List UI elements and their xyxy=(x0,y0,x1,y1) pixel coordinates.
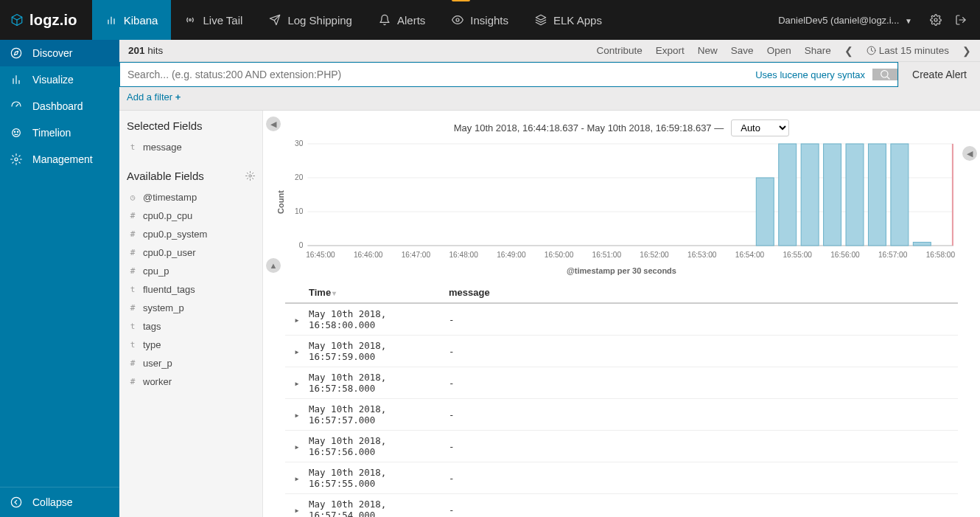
add-filter-button[interactable]: Add a filter + xyxy=(127,91,181,103)
add-filter-label: Add a filter xyxy=(127,91,172,103)
interval-select[interactable]: Auto xyxy=(731,119,789,136)
svg-text:20: 20 xyxy=(295,173,304,181)
link-save[interactable]: Save xyxy=(731,45,754,56)
sidebar-item-label: Visualize xyxy=(32,74,74,86)
lucene-help-link[interactable]: Uses lucene query syntax xyxy=(748,69,872,80)
field-item[interactable]: #cpu0.p_user xyxy=(127,243,255,262)
expand-row-icon[interactable]: ▸ xyxy=(285,346,309,357)
bell-icon xyxy=(379,14,391,26)
field-item[interactable]: #worker xyxy=(127,372,255,391)
bar-chart-icon xyxy=(105,14,117,26)
table-row[interactable]: ▸May 10th 2018, 16:57:56.000- xyxy=(285,431,958,462)
fields-gear-icon[interactable] xyxy=(245,171,255,181)
expand-chart-button[interactable]: ▲ xyxy=(266,258,281,273)
svg-text:16:52:00: 16:52:00 xyxy=(640,251,669,259)
svg-text:0: 0 xyxy=(299,241,304,249)
link-open[interactable]: Open xyxy=(767,45,791,56)
table-row[interactable]: ▸May 10th 2018, 16:58:00.000- xyxy=(285,304,958,336)
table-row[interactable]: ▸May 10th 2018, 16:57:57.000- xyxy=(285,399,958,431)
field-name: user_p xyxy=(143,358,172,369)
chart-time-range: May 10th 2018, 16:44:18.637 - May 10th 2… xyxy=(454,122,724,133)
sidebar-item-timelion[interactable]: Timelion xyxy=(0,119,119,146)
sort-desc-icon: ▾ xyxy=(332,289,336,297)
sidebar-item-label: Management xyxy=(32,153,93,165)
nav-insights[interactable]: New Insights xyxy=(438,0,522,40)
search-button[interactable] xyxy=(872,69,897,80)
available-fields-heading: Available Fields xyxy=(127,170,255,182)
create-alert-button[interactable]: Create Alert xyxy=(898,62,980,87)
svg-line-23 xyxy=(887,77,889,79)
field-item[interactable]: tmessage xyxy=(127,138,255,156)
nav-live-tail-label: Live Tail xyxy=(203,14,242,27)
y-axis-label: Count xyxy=(276,190,285,214)
expand-row-icon[interactable]: ▸ xyxy=(285,409,309,420)
nav-kibana[interactable]: Kibana xyxy=(92,0,172,40)
top-nav: logz.io Kibana Live Tail Log Shipping Al… xyxy=(0,0,980,40)
link-new[interactable]: New xyxy=(698,45,718,56)
field-item[interactable]: #cpu_p xyxy=(127,262,255,280)
compass-icon xyxy=(10,47,22,59)
sidebar-collapse-label: Collapse xyxy=(32,496,72,508)
nav-live-tail[interactable]: Live Tail xyxy=(171,0,256,40)
search-input[interactable] xyxy=(120,63,748,86)
link-contribute[interactable]: Contribute xyxy=(597,45,643,56)
collapse-chart-button[interactable]: ◀ xyxy=(962,146,977,161)
svg-rect-48 xyxy=(756,178,774,246)
collapse-fields-button[interactable]: ◀ xyxy=(266,117,281,131)
table-row[interactable]: ▸May 10th 2018, 16:57:54.000- xyxy=(285,494,958,517)
sidebar-item-management[interactable]: Management xyxy=(0,146,119,173)
svg-point-24 xyxy=(249,175,251,177)
expand-row-icon[interactable]: ▸ xyxy=(285,504,309,516)
gear-icon[interactable] xyxy=(930,14,942,26)
sidebar-item-dashboard[interactable]: Dashboard xyxy=(0,93,119,119)
svg-text:16:51:00: 16:51:00 xyxy=(592,251,622,259)
nav-log-shipping[interactable]: Log Shipping xyxy=(256,0,365,40)
field-item[interactable]: ◷@timestamp xyxy=(127,188,255,207)
expand-row-icon[interactable]: ▸ xyxy=(285,378,309,389)
cell-message: - xyxy=(449,473,958,484)
link-export[interactable]: Export xyxy=(656,45,685,56)
sidebar-item-discover[interactable]: Discover xyxy=(0,40,119,66)
table-row[interactable]: ▸May 10th 2018, 16:57:59.000- xyxy=(285,336,958,367)
field-item[interactable]: tfluentd_tags xyxy=(127,280,255,299)
expand-row-icon[interactable]: ▸ xyxy=(285,314,309,325)
svg-text:16:48:00: 16:48:00 xyxy=(449,251,478,259)
fields-panel: Selected Fields tmessage Available Field… xyxy=(119,111,263,517)
svg-text:16:56:00: 16:56:00 xyxy=(830,251,860,259)
time-prev-button[interactable]: ❮ xyxy=(844,45,853,57)
field-item[interactable]: #cpu0.p_cpu xyxy=(127,207,255,225)
field-name: fluentd_tags xyxy=(143,284,195,295)
cell-time: May 10th 2018, 16:58:00.000 xyxy=(309,308,449,330)
col-message[interactable]: message xyxy=(449,287,490,298)
nav-alerts[interactable]: Alerts xyxy=(365,0,438,40)
sidebar-collapse[interactable]: Collapse xyxy=(0,487,119,517)
expand-row-icon[interactable]: ▸ xyxy=(285,473,309,484)
svg-text:16:46:00: 16:46:00 xyxy=(354,251,383,259)
sidebar-item-visualize[interactable]: Visualize xyxy=(0,66,119,93)
nav-elk-apps[interactable]: ELK Apps xyxy=(522,0,615,40)
user-menu[interactable]: DanielDev5 (daniel@logz.i... ▼ xyxy=(778,15,917,26)
table-row[interactable]: ▸May 10th 2018, 16:57:55.000- xyxy=(285,462,958,494)
field-item[interactable]: #user_p xyxy=(127,354,255,372)
field-item[interactable]: #system_p xyxy=(127,299,255,317)
svg-point-5 xyxy=(189,19,192,21)
cell-message: - xyxy=(449,314,958,325)
field-item[interactable]: #cpu0.p_system xyxy=(127,225,255,243)
expand-row-icon[interactable]: ▸ xyxy=(285,441,309,452)
nav-log-shipping-label: Log Shipping xyxy=(287,14,352,27)
table-row[interactable]: ▸May 10th 2018, 16:57:58.000- xyxy=(285,367,958,399)
logout-icon[interactable] xyxy=(955,14,967,26)
svg-line-15 xyxy=(16,104,18,106)
brand-logo[interactable]: logz.io xyxy=(0,0,92,40)
time-next-button[interactable]: ❯ xyxy=(962,45,971,57)
cell-time: May 10th 2018, 16:57:55.000 xyxy=(309,467,449,489)
time-range-picker[interactable]: Last 15 minutes xyxy=(867,45,949,56)
cell-time: May 10th 2018, 16:57:58.000 xyxy=(309,372,449,394)
link-share[interactable]: Share xyxy=(805,45,831,56)
field-item[interactable]: ttype xyxy=(127,336,255,354)
svg-text:16:45:00: 16:45:00 xyxy=(306,251,335,259)
field-item[interactable]: ttags xyxy=(127,317,255,336)
histogram-chart[interactable]: Count 010203016:45:0016:46:0016:47:0016:… xyxy=(285,139,958,265)
field-name: message xyxy=(143,142,182,153)
col-time[interactable]: Time▾ xyxy=(309,287,449,298)
